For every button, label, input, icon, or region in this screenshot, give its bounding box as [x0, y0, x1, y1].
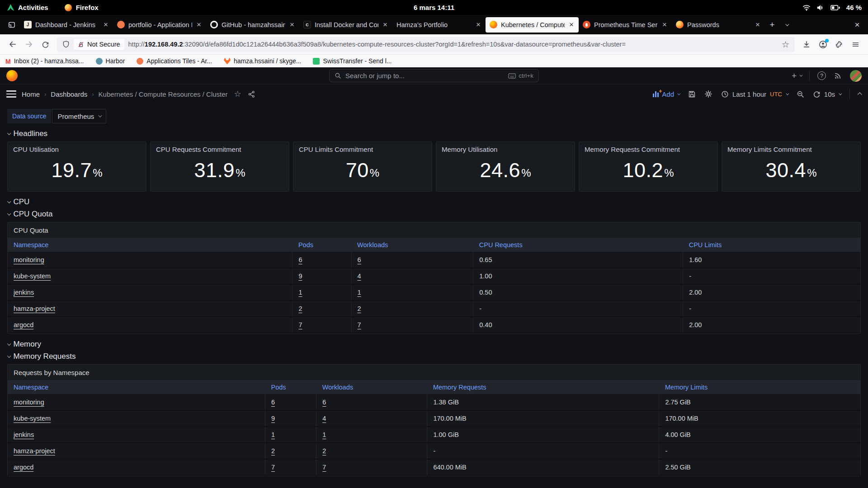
- datasource-variable-select[interactable]: Prometheus: [52, 109, 106, 123]
- tab-install-docker[interactable]: C Install Docker and Comp ×: [299, 17, 392, 33]
- breadcrumb-dashboards[interactable]: Dashboards: [51, 90, 87, 98]
- pods-link[interactable]: 9: [271, 415, 275, 422]
- bookmark-harbor[interactable]: Harbor: [96, 57, 125, 65]
- stat-panel-memory-limits-commitment[interactable]: Memory Limits Commitment 30.4%: [722, 141, 861, 192]
- tab-close-icon[interactable]: ×: [568, 21, 575, 28]
- new-menu-button[interactable]: +: [792, 71, 802, 81]
- new-tab-button[interactable]: +: [765, 18, 779, 32]
- column-header[interactable]: Pods: [292, 238, 351, 252]
- collapse-toolbar-icon[interactable]: [858, 92, 862, 97]
- tab-close-icon[interactable]: ×: [382, 21, 388, 28]
- tab-hamza-portfolio[interactable]: Hamza's Portfolio ×: [392, 17, 486, 33]
- extensions-button[interactable]: [831, 37, 847, 52]
- namespace-link[interactable]: hamza-project: [14, 305, 55, 312]
- section-cpu[interactable]: CPU: [7, 197, 861, 206]
- workloads-link[interactable]: 1: [358, 289, 361, 296]
- namespace-link[interactable]: argocd: [14, 464, 33, 471]
- column-header[interactable]: Pods: [265, 380, 316, 394]
- tab-close-icon[interactable]: ×: [755, 21, 761, 28]
- back-button[interactable]: [5, 37, 21, 52]
- save-dashboard-icon[interactable]: [688, 90, 696, 98]
- section-headlines[interactable]: Headlines: [7, 129, 861, 138]
- workloads-link[interactable]: 4: [322, 415, 326, 422]
- pods-link[interactable]: 6: [298, 256, 302, 263]
- help-icon[interactable]: ?: [817, 71, 826, 80]
- namespace-link[interactable]: kube-system: [14, 415, 51, 422]
- url-text[interactable]: http://192.168.49.2:32090/d/efa86fd1d0c1…: [128, 41, 778, 48]
- pods-link[interactable]: 6: [271, 399, 275, 406]
- security-indicator[interactable]: Not Secure: [74, 39, 124, 50]
- column-header[interactable]: CPU Limits: [683, 238, 860, 252]
- tab-list-dropdown[interactable]: [779, 18, 794, 32]
- refresh-picker[interactable]: 10s: [813, 90, 841, 98]
- pods-link[interactable]: 2: [298, 305, 302, 312]
- tab-close-icon[interactable]: ×: [475, 21, 481, 28]
- section-memory-requests[interactable]: Memory Requests: [7, 352, 861, 361]
- stat-panel-memory-requests-commitment[interactable]: Memory Requests Commitment 10.2%: [579, 141, 718, 192]
- panel-title[interactable]: Requests by Namespace: [8, 365, 860, 380]
- workloads-link[interactable]: 2: [322, 447, 326, 455]
- tab-close-icon[interactable]: ×: [289, 21, 295, 28]
- workloads-link[interactable]: 4: [358, 272, 361, 280]
- app-menu-button[interactable]: [847, 37, 863, 52]
- grafana-search-input[interactable]: Search or jump to... ctrl+k: [329, 69, 539, 82]
- pods-link[interactable]: 1: [298, 289, 302, 296]
- news-icon[interactable]: [834, 71, 842, 80]
- tab-close-icon[interactable]: ×: [196, 21, 202, 28]
- tab-close-icon[interactable]: ×: [661, 21, 668, 28]
- firefox-view-button[interactable]: [4, 18, 20, 32]
- pods-link[interactable]: 9: [298, 272, 302, 280]
- dashboard-settings-icon[interactable]: [704, 90, 712, 98]
- forward-button[interactable]: [21, 37, 37, 52]
- workloads-link[interactable]: 7: [322, 464, 326, 471]
- tab-github[interactable]: GitHub - hamzahssaini/c ×: [206, 17, 299, 33]
- stat-panel-cpu-requests-commitment[interactable]: CPU Requests Commitment 31.9%: [150, 141, 289, 192]
- tab-close-icon[interactable]: ×: [103, 21, 109, 28]
- workloads-link[interactable]: 6: [322, 399, 326, 406]
- tab-passwords[interactable]: Passwords ×: [672, 17, 765, 33]
- downloads-button[interactable]: [798, 37, 815, 52]
- column-header[interactable]: Workloads: [351, 238, 473, 252]
- column-header[interactable]: Memory Requests: [427, 380, 659, 394]
- column-header[interactable]: CPU Requests: [473, 238, 683, 252]
- namespace-link[interactable]: kube-system: [14, 272, 51, 280]
- bookmark-star-icon[interactable]: ☆: [782, 39, 789, 50]
- namespace-link[interactable]: argocd: [14, 321, 33, 328]
- focused-app-menu[interactable]: Firefox: [65, 4, 99, 11]
- stat-panel-cpu-utilisation[interactable]: CPU Utilisation 19.7%: [7, 141, 146, 192]
- pods-link[interactable]: 7: [271, 464, 275, 471]
- bookmark-gitlab[interactable]: hamza.hssaini / skyge...: [224, 57, 301, 65]
- column-header[interactable]: Namespace: [8, 380, 265, 394]
- clock[interactable]: 6 mars 14:11: [414, 4, 454, 11]
- share-icon[interactable]: [248, 90, 255, 98]
- account-button[interactable]: [815, 37, 831, 52]
- tab-portfolio-argocd[interactable]: portfolio - Application D ×: [113, 17, 206, 33]
- workloads-link[interactable]: 1: [322, 431, 326, 438]
- breadcrumb-home[interactable]: Home: [22, 90, 40, 98]
- mega-menu-button[interactable]: [6, 90, 16, 98]
- favorite-star-icon[interactable]: ☆: [234, 89, 241, 99]
- section-cpu-quota[interactable]: CPU Quota: [7, 210, 861, 219]
- tab-grafana-active[interactable]: Kubernetes / Compute R ×: [486, 17, 579, 33]
- pods-link[interactable]: 1: [271, 431, 275, 438]
- window-close-button[interactable]: ×: [850, 18, 864, 32]
- bookmark-swisstransfer[interactable]: SwissTransfer - Send l...: [313, 57, 392, 65]
- activities-button[interactable]: Activities: [7, 4, 48, 11]
- bookmark-gmail[interactable]: M Inbox (2) - hamza.hssa...: [5, 57, 84, 65]
- system-status-area[interactable]: 46 %: [802, 4, 868, 11]
- tab-prometheus[interactable]: Prometheus Time Series ×: [579, 17, 672, 33]
- url-bar[interactable]: Not Secure http://192.168.49.2:32090/d/e…: [57, 37, 795, 52]
- stat-panel-memory-utilisation[interactable]: Memory Utilisation 24.6%: [436, 141, 575, 192]
- tracking-shield-icon[interactable]: [62, 40, 70, 48]
- bookmark-argocd[interactable]: Applications Tiles - Ar...: [137, 57, 212, 65]
- namespace-link[interactable]: jenkins: [14, 431, 34, 438]
- workloads-link[interactable]: 2: [358, 305, 361, 312]
- namespace-link[interactable]: hamza-project: [14, 447, 55, 455]
- time-range-picker[interactable]: Last 1 hour UTC: [721, 90, 788, 98]
- reload-button[interactable]: [37, 37, 53, 52]
- pods-link[interactable]: 2: [271, 447, 275, 455]
- namespace-link[interactable]: monitoring: [14, 256, 44, 263]
- workloads-link[interactable]: 6: [358, 256, 361, 263]
- panel-title[interactable]: CPU Quota: [8, 222, 860, 238]
- tab-dashboard-jenkins[interactable]: J Dashboard - Jenkins ×: [20, 17, 113, 33]
